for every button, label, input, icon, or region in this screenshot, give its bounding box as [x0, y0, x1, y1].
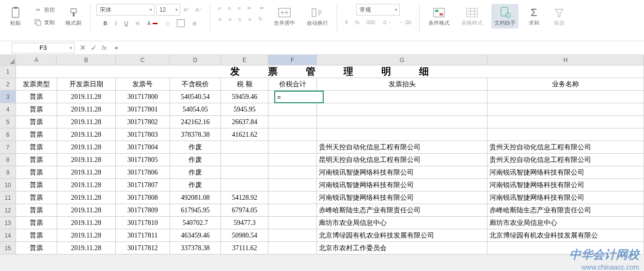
col-header-G[interactable]: G — [317, 55, 487, 65]
cell[interactable] — [268, 229, 317, 242]
cell[interactable]: 463459.46 — [170, 229, 221, 242]
filter-button[interactable]: 筛选 — [550, 4, 569, 29]
cell[interactable]: 242162.16 — [170, 116, 221, 128]
row-header[interactable]: 12 — [0, 204, 16, 217]
cell[interactable]: 普票 — [16, 116, 57, 128]
cell[interactable]: 301717805 — [116, 154, 170, 166]
cell[interactable] — [487, 116, 644, 128]
cut-button[interactable]: ✂ 剪切 — [31, 4, 57, 16]
spreadsheet-grid[interactable]: A B C D E F G H 1发票管理明细2发票类型开发票日期发票号不含税价… — [0, 55, 644, 255]
conditional-format-button[interactable]: 条件格式 — [425, 4, 453, 29]
select-all-corner[interactable] — [0, 55, 16, 65]
cell[interactable] — [268, 191, 317, 204]
cell[interactable] — [487, 128, 644, 141]
cell[interactable]: 301717810 — [116, 217, 170, 229]
row-header[interactable]: 11 — [0, 191, 16, 204]
col-header-A[interactable]: A — [16, 55, 57, 65]
confirm-formula-button[interactable]: ✓ — [91, 43, 97, 52]
cell[interactable] — [317, 103, 487, 116]
table-style-button[interactable]: 表格样式 — [458, 4, 486, 29]
cell[interactable]: 540540.54 — [170, 91, 221, 103]
cell[interactable]: 普票 — [16, 166, 57, 179]
cell[interactable]: 开发票日期 — [57, 78, 116, 91]
cell[interactable]: 北京博绿园有机农业科技发展有限公 — [487, 229, 644, 242]
underline-button[interactable]: U — [123, 19, 130, 27]
cell[interactable] — [268, 141, 317, 154]
justify-button[interactable]: ≡ — [246, 16, 253, 23]
cell[interactable]: 河南锐讯智捷网络科技有限公司 — [317, 179, 487, 191]
cell[interactable]: 54128.92 — [221, 191, 268, 204]
cell[interactable]: 河南锐讯智捷网络科技有限公司 — [317, 191, 487, 204]
align-middle-button[interactable]: ≡ — [226, 4, 233, 12]
cell[interactable]: 54054.05 — [170, 103, 221, 116]
cell[interactable]: 价税合计 — [268, 78, 317, 91]
cell[interactable]: 普票 — [16, 229, 57, 242]
cell[interactable] — [268, 128, 317, 141]
cell[interactable]: 2019.11.28 — [57, 204, 116, 217]
cell[interactable] — [268, 204, 317, 217]
cell[interactable]: 59477.3 — [221, 217, 268, 229]
cell[interactable]: 普票 — [16, 179, 57, 191]
cell[interactable]: 发票抬头 — [317, 78, 487, 91]
strikethrough-button[interactable]: S — [134, 19, 141, 27]
formula-input[interactable]: = — [111, 44, 644, 51]
cell[interactable]: 普票 — [16, 217, 57, 229]
cell[interactable]: 2019.11.28 — [57, 91, 116, 103]
cell[interactable]: 河南锐讯智捷网络科技有限公司 — [487, 191, 644, 204]
row-header[interactable]: 2 — [0, 78, 16, 91]
cell[interactable]: 业务名称 — [487, 78, 644, 91]
fx-button[interactable]: fx — [102, 44, 107, 51]
row-header[interactable]: 3 — [0, 91, 16, 103]
cell[interactable]: 贵州天控自动化信息工程有限公司 — [317, 141, 487, 154]
cell[interactable]: 492081.08 — [170, 191, 221, 204]
cell-style-button[interactable]: ⊞ — [190, 19, 199, 28]
cell[interactable]: 廊坊市农业局信息中心 — [487, 217, 644, 229]
cell[interactable] — [221, 179, 268, 191]
row-header[interactable]: 9 — [0, 166, 16, 179]
cell[interactable]: 2019.11.28 — [57, 103, 116, 116]
cell[interactable]: 河南锐讯智捷网络科技有限公司 — [487, 179, 644, 191]
cell[interactable]: 540702.7 — [170, 217, 221, 229]
cell[interactable]: 37111.62 — [221, 242, 268, 255]
cell[interactable]: 作废 — [170, 166, 221, 179]
cell[interactable] — [221, 166, 268, 179]
cell[interactable]: 不含税价 — [170, 78, 221, 91]
cell[interactable]: 301717812 — [116, 242, 170, 255]
cell[interactable]: 普票 — [16, 191, 57, 204]
cell[interactable] — [487, 103, 644, 116]
cell[interactable]: 617945.95 — [170, 204, 221, 217]
comma-button[interactable]: 000 — [364, 18, 377, 26]
col-header-D[interactable]: D — [170, 55, 221, 65]
cell[interactable]: 普票 — [16, 141, 57, 154]
cell[interactable]: 2019.11.28 — [57, 191, 116, 204]
cell[interactable]: 2019.11.28 — [57, 154, 116, 166]
cell[interactable]: 贵州天控自动化信息工程有限公司 — [487, 154, 644, 166]
cell[interactable]: 赤峰哈斯陆生态产业有限责任公司 — [317, 204, 487, 217]
cell[interactable]: 作废 — [170, 179, 221, 191]
cell[interactable]: 普票 — [16, 154, 57, 166]
name-box[interactable]: F3 — [12, 43, 75, 53]
doc-assist-button[interactable]: 文档助手 — [491, 4, 518, 29]
row-header[interactable]: 6 — [0, 128, 16, 141]
align-left-button[interactable]: ≡ — [217, 16, 223, 23]
row-header[interactable]: 14 — [0, 229, 16, 242]
cell[interactable]: 301717806 — [116, 166, 170, 179]
cell[interactable] — [268, 154, 317, 166]
cell[interactable]: 2019.11.28 — [57, 179, 116, 191]
copy-button[interactable]: 复制 — [31, 16, 57, 28]
cell[interactable]: 赤峰哈斯陆生态产业有限责任公司 — [487, 204, 644, 217]
row-header[interactable]: 5 — [0, 116, 16, 128]
cell[interactable]: 作废 — [170, 141, 221, 154]
cell[interactable]: 301717801 — [116, 103, 170, 116]
decrease-font-button[interactable]: A⁻ — [193, 6, 204, 14]
cell[interactable]: 301717807 — [116, 179, 170, 191]
increase-decimal-button[interactable]: ←.00 — [396, 18, 413, 26]
cell[interactable]: 2019.11.28 — [57, 242, 116, 255]
cell[interactable]: 2019.11.28 — [57, 166, 116, 179]
cell[interactable]: 59459.46 — [221, 91, 268, 103]
cell[interactable]: 昆明天控自动化信息工程有限公司 — [317, 154, 487, 166]
cell[interactable]: 2019.11.28 — [57, 229, 116, 242]
cell[interactable]: 50980.54 — [221, 229, 268, 242]
col-header-C[interactable]: C — [116, 55, 170, 65]
align-right-button[interactable]: ≡ — [236, 16, 243, 23]
